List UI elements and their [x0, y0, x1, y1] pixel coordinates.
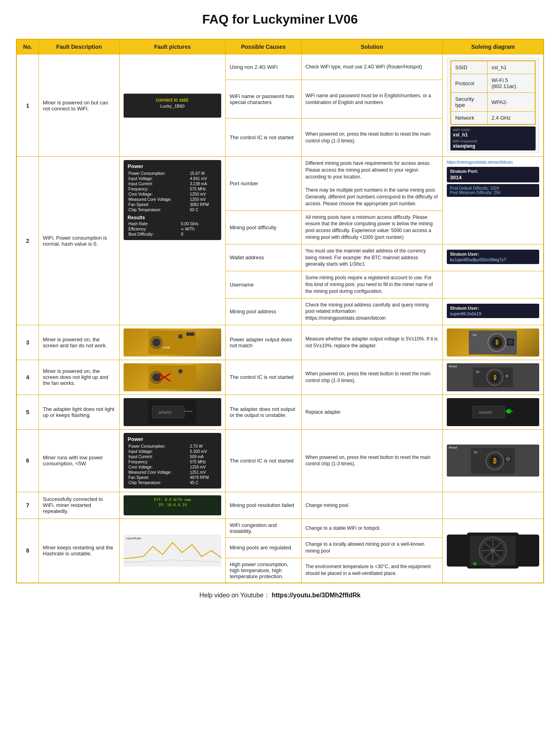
row7-fault-desc: Successfully connected to WiFi, miner re… — [39, 492, 120, 519]
row5-fault-pic: adapter — [120, 395, 226, 429]
stratum-user1-title: Stratum User: — [450, 252, 536, 256]
row5-diagram: adapter — [442, 395, 544, 429]
row7-no: 7 — [16, 492, 39, 519]
pc-val: 15.67 W — [189, 171, 217, 176]
row6-no: 6 — [16, 429, 39, 492]
table-row: 3 Miner is powered on, the screen and fa… — [16, 325, 544, 360]
results-title: Results — [128, 215, 217, 220]
ct2-label: Chip Temperature: — [128, 480, 189, 485]
reset-svg: 5V ₿ — [473, 367, 513, 387]
stratum-port-box: Stratum Port: 3014 — [447, 167, 539, 182]
row1-cause1: Using non 2.4G WiFi — [226, 54, 301, 80]
row1-cause3: The control IC is not started — [226, 118, 301, 157]
eff-label: Efficiency: — [128, 226, 180, 232]
svg-point-19 — [179, 370, 182, 373]
row7-solution1: Change mining pool. — [301, 492, 442, 519]
table-row: 8 Miner keeps restarting and the Hashrat… — [16, 519, 544, 537]
board-svg: LV06 — [148, 330, 196, 354]
freq2-label: Frequency: — [128, 459, 189, 465]
pool-default-diff: Pool Default Difficulty: 1024 — [450, 186, 536, 190]
power-stats-table: Power Consumption:15.67 W Input Voltage:… — [128, 171, 217, 212]
iv2-val: 5.300 mV — [189, 449, 217, 454]
row7-fault-pic: Eff: 0.0 W/Th nam IP: 10.0.0.19 — [120, 492, 226, 519]
row1-solution1: Check WiFi type, must use 2.4G WiFi (Rou… — [301, 54, 442, 80]
row3-fault-desc: Miner is powered on, the screen and fan … — [39, 325, 120, 360]
wifi-protocol-label: Protocol — [451, 74, 487, 93]
board-image: LV06 — [124, 328, 221, 356]
svg-text:₿: ₿ — [494, 374, 496, 381]
hashrate-chart: HashRate — [124, 535, 221, 567]
row2-solution1: Different mining pools have requirements… — [301, 157, 442, 211]
faq-table: No. Fault Description Fault pictures Pos… — [16, 39, 544, 583]
row8-fault-desc: Miner keeps restarting and the Hashrate … — [39, 519, 120, 583]
page-title: FAQ for Luckyminer LV06 — [16, 12, 544, 27]
svg-point-37 — [506, 409, 511, 414]
power-stats-box: Power Power Consumption:15.67 W Input Vo… — [124, 160, 221, 240]
wifi-protocol-val: Wi-Fi 5 (802.11ac) — [487, 74, 535, 93]
results-table: Hash Rate:0.00 Gh/s Efficiency:∞ W/Th Be… — [128, 221, 217, 237]
col-header-diagram: Solving diagram — [442, 39, 544, 54]
pool-min-diff: Pool Minimum Difficulty: 256 — [450, 190, 536, 195]
cv-label: Core Voltage: — [128, 192, 189, 197]
ic2-label: Input Current: — [128, 454, 189, 459]
col-header-fault-pic: Fault pictures — [120, 39, 226, 54]
row6-reset-svg: 5V ₿ — [471, 448, 515, 474]
freq-label: Frequency: — [128, 186, 189, 192]
wifi-ssid-val: xsl_h1 — [487, 61, 535, 74]
svg-text:5V: 5V — [476, 370, 480, 373]
eff-val: ∞ W/Th — [180, 226, 218, 232]
row1-diagram: SSIDxsl_h1 ProtocolWi-Fi 5 (802.11ac) Se… — [442, 54, 544, 157]
stratum-user1-box: Stratum User: bc1qsn80udljur00zn58eg7y7 — [447, 250, 539, 264]
svg-point-28 — [505, 374, 508, 378]
table-row: 5 The adapter light does not light up or… — [16, 395, 544, 429]
row7-cause1: Mining pool resolution failed — [226, 492, 301, 519]
row2-no: 2 — [16, 157, 39, 325]
row6-fault-desc: Miner runs with low power consumption, <… — [39, 429, 120, 492]
wifi-pwd-val: xiaoqiang — [453, 143, 533, 149]
miningpool-url: https://miningpoolstats.stream/bitcoin — [447, 160, 539, 164]
row5-solution1: Replace adapter — [301, 395, 442, 429]
row6-reset-diagram: Reset 5V ₿ — [447, 445, 539, 477]
row1-fault-desc: Miner is powered on but can not connect … — [39, 54, 120, 157]
wifi-ssid-label: SSID — [451, 61, 487, 74]
row2-fault-desc: WiFi, Power consumption is normal, hash … — [39, 157, 120, 325]
svg-point-4 — [179, 335, 182, 338]
svg-text:adapter: adapter — [479, 410, 493, 415]
hr-label: Hash Rate: — [128, 221, 180, 226]
stratum-user2-title: Stratum User: — [450, 306, 536, 310]
ic-val: 3.238 mA — [189, 181, 217, 186]
bd-val: 0 — [180, 232, 218, 237]
chart-svg: HashRate — [124, 535, 221, 567]
hr-val: 0.00 Gh/s — [180, 221, 218, 226]
row7-diagram — [442, 492, 544, 519]
ic2-val: 509 mA — [189, 454, 217, 459]
freq-val: 575 MHz — [189, 186, 217, 192]
row5-no: 5 — [16, 395, 39, 429]
row6-reset-label: Reset — [449, 446, 457, 449]
row8-solution2: Change to a locally allowed mining pool … — [301, 537, 442, 558]
row8-solution3: The environment temperature is <30°C, an… — [301, 558, 442, 583]
table-row: 4 Miner is powered on, the screen does n… — [16, 360, 544, 395]
table-row: 2 WiFi, Power consumption is normal, has… — [16, 157, 544, 211]
reset-diagram: Reset 5V ₿ — [447, 363, 539, 391]
row2-diagram5: Stratum User: super66.0x0x19 — [442, 298, 544, 325]
power-stats-table2: Power Consumption:2.70 W Input Voltage:5… — [128, 444, 217, 485]
stratum-port-title: Stratum Port: — [450, 169, 536, 174]
row2-diagram4 — [442, 271, 544, 298]
footer-link[interactable]: https://youtu.be/3DMh2ffIdRk — [272, 592, 360, 599]
adapter-image: adapter — [124, 398, 221, 426]
row3-fault-pic: LV06 — [120, 325, 226, 360]
svg-text:₿: ₿ — [493, 457, 496, 464]
row2-cause2: Mining pool difficulty — [226, 210, 301, 244]
table-row: 6 Miner runs with low power consumption,… — [16, 429, 544, 492]
table-row: 7 Successfully connected to WiFi, miner … — [16, 492, 544, 519]
row4-fault-pic — [120, 360, 226, 395]
row2-solution3: You must use the mainnet wallet address … — [301, 244, 442, 271]
svg-text:5V: 5V — [474, 451, 478, 454]
svg-rect-6 — [186, 332, 194, 336]
row4-fault-desc: Miner is powered on, the screen does not… — [39, 360, 120, 395]
row2-solution4: Some mining pools require a registered a… — [301, 271, 442, 298]
wifi-security-label: Security type — [451, 93, 487, 112]
row2-cause4: Username — [226, 271, 301, 298]
pc2-label: Power Consumption: — [128, 444, 189, 449]
